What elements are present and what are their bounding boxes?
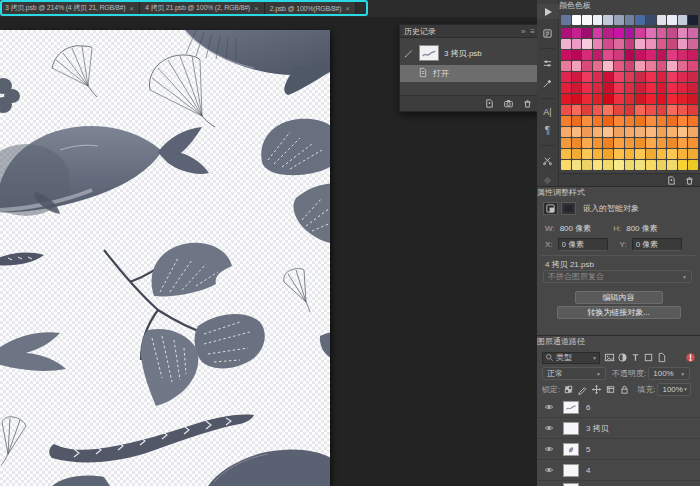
swatch[interactable]: [667, 149, 677, 159]
swatch[interactable]: [625, 72, 635, 82]
new-snapshot-icon[interactable]: [503, 98, 514, 109]
swatch[interactable]: [582, 160, 592, 170]
swatch[interactable]: [593, 138, 603, 148]
tab-路径[interactable]: 路径: [569, 337, 585, 346]
swatch[interactable]: [603, 138, 613, 148]
swatch[interactable]: [667, 160, 677, 170]
swatch[interactable]: [667, 28, 677, 38]
swatch[interactable]: [635, 50, 645, 60]
swatch[interactable]: [561, 39, 571, 49]
swatch[interactable]: [625, 149, 635, 159]
swatch[interactable]: [646, 83, 656, 93]
swatch[interactable]: [657, 50, 667, 60]
swatch[interactable]: [582, 50, 592, 60]
swatch[interactable]: [635, 28, 645, 38]
swatch[interactable]: [678, 149, 688, 159]
swatch[interactable]: [582, 61, 592, 71]
tab-颜色[interactable]: 颜色: [559, 1, 575, 10]
history-state[interactable]: 3 拷贝.psb: [400, 43, 539, 63]
swatch[interactable]: [625, 28, 635, 38]
swatch[interactable]: [572, 83, 582, 93]
tab-调整[interactable]: 调整: [553, 188, 569, 197]
tab-通道[interactable]: 通道: [553, 337, 569, 346]
layer-visibility-toggle[interactable]: [541, 423, 557, 433]
document-tab-1[interactable]: 3 拷贝.psb @ 214% (4 拷贝 21, RGB/8#)×: [0, 0, 140, 16]
swatch[interactable]: [688, 116, 698, 126]
swatch[interactable]: [572, 15, 582, 25]
swatch[interactable]: [593, 50, 603, 60]
document-tab-3[interactable]: 2.psb @ 100%(RGB/8#)×: [265, 0, 356, 16]
close-tab-icon[interactable]: ×: [254, 4, 259, 13]
layer-thumbnail[interactable]: [563, 422, 579, 435]
swatch[interactable]: [678, 15, 688, 25]
swatch[interactable]: [688, 160, 698, 170]
swatch[interactable]: [572, 28, 582, 38]
swatch[interactable]: [635, 149, 645, 159]
set-history-brush-source-icon[interactable]: [403, 48, 414, 59]
swatch[interactable]: [678, 138, 688, 148]
swatch[interactable]: [603, 83, 613, 93]
swatch[interactable]: [646, 50, 656, 60]
swatch[interactable]: [657, 39, 667, 49]
swatch[interactable]: [657, 105, 667, 115]
swatch[interactable]: [667, 83, 677, 93]
swatch[interactable]: [614, 94, 624, 104]
filter-shape-layers-icon[interactable]: [643, 352, 654, 363]
layer-row[interactable]: 3 拷贝: [537, 418, 700, 439]
swatch[interactable]: [657, 138, 667, 148]
swatch[interactable]: [603, 160, 613, 170]
swatch[interactable]: [688, 138, 698, 148]
swatch[interactable]: [646, 28, 656, 38]
history-state-selected[interactable]: 打开: [400, 65, 539, 82]
swatch[interactable]: [678, 105, 688, 115]
swatch[interactable]: [646, 61, 656, 71]
opacity-dropdown[interactable]: 100% ▼: [648, 367, 690, 380]
swatch[interactable]: [667, 116, 677, 126]
swatch[interactable]: [603, 127, 613, 137]
swatch[interactable]: [582, 94, 592, 104]
height-value[interactable]: 800 像素: [626, 223, 658, 234]
swatch[interactable]: [625, 116, 635, 126]
swatch[interactable]: [572, 39, 582, 49]
swatch[interactable]: [678, 83, 688, 93]
swatch[interactable]: [593, 15, 603, 25]
layer-row[interactable]: 5: [537, 439, 700, 460]
lock-transparent-pixels-icon[interactable]: [563, 384, 574, 395]
swatch[interactable]: [603, 15, 613, 25]
canvas[interactable]: [0, 30, 330, 486]
swatch[interactable]: [688, 39, 698, 49]
swatch[interactable]: [625, 105, 635, 115]
character-panel-icon[interactable]: A|: [543, 108, 551, 117]
swatch[interactable]: [572, 160, 582, 170]
lock-position-icon[interactable]: [591, 384, 602, 395]
swatch[interactable]: [657, 149, 667, 159]
layer-visibility-toggle[interactable]: [541, 465, 557, 475]
swatch[interactable]: [657, 61, 667, 71]
swatch[interactable]: [582, 15, 592, 25]
swatch[interactable]: [614, 127, 624, 137]
swatch[interactable]: [688, 61, 698, 71]
swatch[interactable]: [688, 15, 698, 25]
swatch[interactable]: [678, 50, 688, 60]
swatch[interactable]: [561, 116, 571, 126]
swatch[interactable]: [614, 138, 624, 148]
layer-visibility-toggle[interactable]: [541, 402, 557, 412]
swatch[interactable]: [678, 72, 688, 82]
swatch[interactable]: [657, 116, 667, 126]
layer-visibility-toggle[interactable]: [541, 444, 557, 454]
swatch[interactable]: [667, 72, 677, 82]
swatch[interactable]: [678, 127, 688, 137]
swatch[interactable]: [688, 149, 698, 159]
swatch[interactable]: [614, 50, 624, 60]
swatch[interactable]: [678, 61, 688, 71]
swatch[interactable]: [561, 61, 571, 71]
swatch[interactable]: [572, 50, 582, 60]
swatch[interactable]: [593, 39, 603, 49]
swatch[interactable]: [657, 94, 667, 104]
swatch[interactable]: [582, 39, 592, 49]
swatch[interactable]: [572, 94, 582, 104]
swatch[interactable]: [561, 15, 571, 25]
swatch[interactable]: [625, 61, 635, 71]
blend-mode-dropdown[interactable]: 正常 ▼: [542, 367, 606, 380]
x-input[interactable]: [558, 238, 608, 251]
